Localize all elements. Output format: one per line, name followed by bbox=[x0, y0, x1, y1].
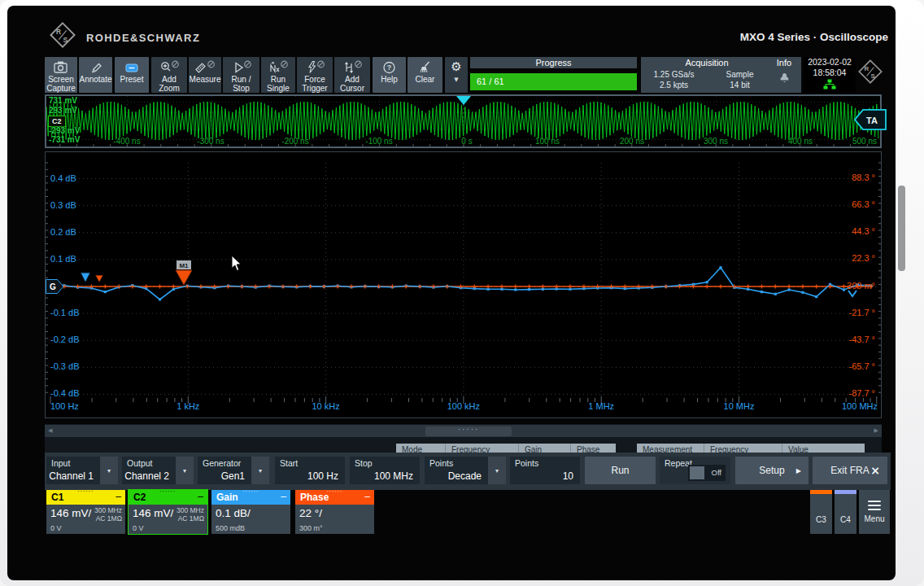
channel-waveform-window[interactable]: 731 mV 293 mV C2 -293 mV -731 mV -400 ns… bbox=[45, 94, 882, 148]
voltage-label: -293 mV bbox=[49, 126, 80, 135]
add-zoom-button[interactable]: Add Zoom bbox=[151, 57, 187, 93]
ruler-disabled-icon bbox=[194, 60, 216, 75]
fra-input-select[interactable]: Input Channel 1 bbox=[46, 457, 100, 484]
toolbar-label: Add Zoom bbox=[151, 76, 187, 93]
plot-horizontal-scrollbar[interactable]: ◀ ····· ▶ bbox=[45, 424, 882, 438]
channel-bandwidth: 300 MHz bbox=[177, 506, 204, 514]
channel-badge-c3[interactable]: C3 bbox=[810, 490, 832, 534]
fra-input-dropdown-arrow[interactable]: ▾ bbox=[100, 457, 118, 484]
channel-badge-c4[interactable]: C4 bbox=[835, 490, 856, 534]
acquisition-title: Acquisition bbox=[641, 58, 773, 68]
scroll-left-icon[interactable]: ◀ bbox=[48, 427, 52, 434]
chevron-right-icon: ▶ bbox=[796, 467, 801, 474]
question-icon: ? bbox=[378, 60, 401, 75]
run-single-button[interactable]: Run Single bbox=[261, 57, 295, 93]
help-button[interactable]: ? Help bbox=[373, 57, 406, 93]
minimize-icon[interactable]: – bbox=[198, 491, 203, 502]
strip-time-label: 300 ns bbox=[704, 137, 728, 146]
fra-setup-button[interactable]: Setup ▶ bbox=[735, 457, 808, 484]
fra-generator-select[interactable]: Generator Gen1 bbox=[198, 457, 251, 484]
svg-text:R: R bbox=[865, 65, 870, 72]
minimize-icon[interactable]: – bbox=[281, 491, 286, 502]
field-label: Points bbox=[429, 458, 453, 468]
resolution-value: 14 bit bbox=[707, 80, 773, 90]
clear-button[interactable]: Clear bbox=[408, 57, 442, 93]
info-button[interactable]: Info bbox=[767, 57, 801, 93]
column-header: Gain bbox=[518, 444, 570, 453]
field-label: Start bbox=[280, 458, 298, 468]
channel-badge-c2[interactable]: C2 ······ – 146 mV/ 300 MHzAC 1MΩ 0 V bbox=[129, 490, 207, 534]
c2-channel-badge[interactable]: C2 bbox=[48, 116, 66, 127]
nx-disabled-icon bbox=[267, 60, 290, 75]
fra-points-mode-select[interactable]: Points Decade bbox=[425, 457, 488, 484]
fra-run-button[interactable]: Run bbox=[585, 457, 656, 484]
repeat-toggle[interactable]: Off bbox=[688, 465, 726, 481]
preset-icon bbox=[120, 60, 143, 75]
field-value: Gen1 bbox=[221, 470, 245, 482]
phase-trace-badge[interactable]: Phase ······ – 22 °/ 300 m° bbox=[295, 490, 374, 534]
drag-dots-icon: ······ bbox=[78, 488, 94, 494]
toolbar-label: Measure bbox=[190, 76, 221, 85]
scroll-right-icon[interactable]: ▶ bbox=[874, 427, 878, 434]
rohde-schwarz-logo-icon: RS bbox=[50, 22, 76, 48]
minimize-icon[interactable]: – bbox=[116, 491, 121, 502]
scrollbar-handle[interactable]: ····· bbox=[425, 426, 512, 436]
channel-color-stripe bbox=[835, 490, 856, 494]
svg-text:R: R bbox=[56, 28, 61, 36]
gain-zero-badge[interactable]: G bbox=[46, 279, 64, 294]
settings-button[interactable]: ⚙ ▼ bbox=[445, 57, 468, 93]
toolbar-label: Preset bbox=[120, 76, 144, 85]
field-label: Input bbox=[51, 458, 70, 468]
screen-capture-button[interactable]: Screen Capture bbox=[45, 57, 77, 93]
force-trigger-button[interactable]: Force Trigger bbox=[297, 57, 333, 93]
column-header: Mode bbox=[396, 444, 445, 453]
fra-exit-button[interactable]: Exit FRA × bbox=[813, 457, 887, 484]
trace-offset: 300 m° bbox=[299, 524, 323, 532]
fra-output-dropdown-arrow[interactable]: ▾ bbox=[176, 457, 194, 484]
channel-badge-c1[interactable]: C1 ······ – 146 mV/ 300 MHzAC 1MΩ 0 V bbox=[46, 490, 125, 534]
fra-output-select[interactable]: Output Channel 2 bbox=[122, 457, 176, 484]
trace-scale: 22 °/ bbox=[299, 507, 322, 519]
strip-time-label: 0 s bbox=[461, 137, 472, 146]
drag-dots-icon: ····· bbox=[425, 426, 512, 433]
channel-coupling: AC 1MΩ bbox=[178, 514, 204, 523]
svg-text:G: G bbox=[50, 282, 56, 291]
channel-offset: 0 V bbox=[50, 524, 62, 532]
toolbar-label: Run Single bbox=[261, 76, 295, 93]
toolbar-label: Clear bbox=[416, 76, 435, 85]
add-cursor-button[interactable]: Add Cursor bbox=[334, 57, 370, 93]
fra-repeat-control: Repeat Off bbox=[660, 457, 730, 484]
channel-scale: 146 mV/ bbox=[133, 507, 173, 519]
fra-start-frequency-field[interactable]: Start 100 Hz bbox=[275, 457, 345, 484]
strip-time-label: -200 ns bbox=[281, 137, 308, 146]
date-time-display: 2023-02-02 18:58:04 bbox=[804, 57, 856, 93]
fra-bode-plot-window[interactable]: M1 0.4 dB0.3 dB0.2 dB0.1 dB-0.1 dB-0.2 d… bbox=[45, 151, 882, 418]
progress-bar: 61 / 61 bbox=[470, 73, 637, 90]
column-header: Measurement bbox=[637, 444, 704, 453]
menu-button[interactable]: Menu bbox=[859, 490, 890, 534]
fra-generator-dropdown-arrow[interactable]: ▾ bbox=[251, 457, 269, 484]
svg-text:?: ? bbox=[386, 63, 391, 72]
fra-stop-frequency-field[interactable]: Stop 100 MHz bbox=[350, 457, 420, 484]
trigger-ta-badge[interactable]: TA bbox=[854, 109, 887, 133]
channel-name: C1 bbox=[51, 492, 63, 503]
run-stop-button[interactable]: Run / Stop bbox=[223, 57, 259, 93]
annotate-button[interactable]: Annotate bbox=[79, 57, 112, 93]
measure-button[interactable]: Measure bbox=[189, 57, 221, 93]
field-label: Points bbox=[515, 458, 538, 468]
preset-button[interactable]: Preset bbox=[115, 57, 149, 93]
zoom-disabled-icon bbox=[158, 60, 181, 75]
field-value: 100 Hz bbox=[307, 470, 338, 482]
trace-name: Gain bbox=[216, 492, 238, 503]
minimize-icon[interactable]: – bbox=[364, 491, 370, 502]
gain-trace-badge[interactable]: Gain ······ – 0.1 dB/ 500 mdB bbox=[211, 490, 290, 534]
channel-name: C3 bbox=[810, 515, 832, 524]
strip-time-label: 500 ns bbox=[852, 137, 877, 146]
bell-icon bbox=[778, 72, 791, 84]
strip-time-label: 200 ns bbox=[620, 137, 644, 146]
voltage-label: 731 mV bbox=[49, 96, 77, 105]
chevron-down-icon: ▼ bbox=[454, 77, 458, 83]
fra-points-count-field[interactable]: Points 10 bbox=[510, 457, 580, 484]
bezel-scroll-handle bbox=[898, 186, 905, 271]
fra-points-mode-dropdown-arrow[interactable]: ▾ bbox=[488, 457, 506, 484]
